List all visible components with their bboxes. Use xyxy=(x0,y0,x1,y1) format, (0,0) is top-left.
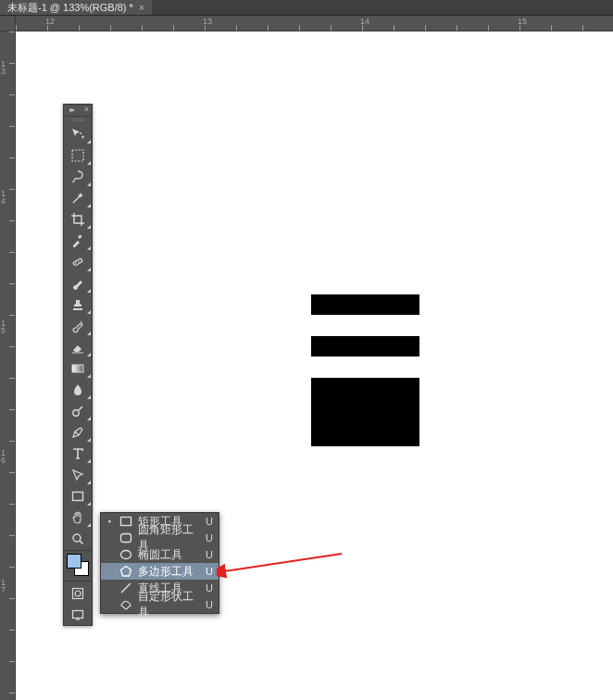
flyout-indicator-icon xyxy=(87,481,91,484)
flyout-indicator-icon xyxy=(87,182,91,186)
flyout-item-ellipse[interactable]: 椭圆工具U xyxy=(101,546,219,563)
flyout-indicator-icon xyxy=(87,331,91,335)
zoom-tool[interactable] xyxy=(64,528,92,549)
flyout-indicator-icon xyxy=(87,161,91,165)
canvas-shape[interactable] xyxy=(311,336,419,356)
flyout-item-shortcut: U xyxy=(206,549,213,560)
document-tab[interactable]: 未标题-1 @ 133%(RGB/8) * × xyxy=(0,0,152,15)
flyout-indicator-icon xyxy=(87,353,91,356)
flyout-item-shortcut: U xyxy=(206,566,213,577)
gradient-tool[interactable] xyxy=(64,357,92,379)
polygon-icon xyxy=(119,565,132,578)
custom-icon xyxy=(119,598,132,611)
ruler-vertical[interactable]: 1314151617 xyxy=(0,31,16,700)
flyout-item-polygon[interactable]: 多边形工具U xyxy=(101,563,219,580)
flyout-indicator-icon xyxy=(87,204,91,207)
magic-wand-tool[interactable] xyxy=(64,187,92,208)
flyout-item-shortcut: U xyxy=(206,582,213,594)
document-tab-bar: 未标题-1 @ 133%(RGB/8) * × xyxy=(0,0,613,16)
close-icon[interactable]: × xyxy=(139,3,144,13)
move-tool[interactable] xyxy=(64,123,92,144)
flyout-indicator-icon xyxy=(87,310,91,314)
flyout-indicator-icon xyxy=(87,225,91,229)
shape-tool-flyout: ▪矩形工具U圆角矩形工具U椭圆工具U多边形工具U直线工具U自定形状工具U xyxy=(100,512,219,614)
eyedropper-tool[interactable] xyxy=(64,230,92,251)
tools-panel: ▸▸ × xyxy=(63,104,93,626)
round-rect-icon xyxy=(119,531,132,544)
flyout-item-custom[interactable]: 自定形状工具U xyxy=(101,596,219,613)
collapse-icon[interactable]: ▸▸ xyxy=(69,106,73,114)
flyout-indicator-icon xyxy=(87,395,91,399)
screen-mode-toggle[interactable] xyxy=(64,604,92,625)
flyout-indicator-icon xyxy=(87,523,91,527)
ruler-corner xyxy=(0,16,16,31)
flyout-indicator-icon xyxy=(87,459,91,463)
type-tool[interactable] xyxy=(64,443,92,464)
history-brush-tool[interactable] xyxy=(64,315,92,336)
clone-stamp-tool[interactable] xyxy=(64,294,92,315)
flyout-indicator-icon xyxy=(87,374,91,378)
ellipse-icon xyxy=(119,548,132,561)
ruler-horizontal[interactable]: 12131415 xyxy=(16,16,613,31)
foreground-color-swatch[interactable] xyxy=(67,554,81,569)
active-indicator-icon: ▪ xyxy=(105,517,114,526)
line-icon xyxy=(119,581,132,594)
marquee-tool[interactable] xyxy=(64,144,92,166)
path-selection-tool[interactable] xyxy=(64,464,92,485)
canvas-shape[interactable] xyxy=(311,378,419,446)
flyout-indicator-icon xyxy=(87,268,91,271)
rect-icon xyxy=(119,515,132,528)
flyout-indicator-icon xyxy=(87,289,91,293)
quick-mask-toggle[interactable] xyxy=(64,582,92,604)
blur-tool[interactable] xyxy=(64,379,92,400)
healing-brush-tool[interactable] xyxy=(64,251,92,272)
crop-tool[interactable] xyxy=(64,208,92,230)
eraser-tool[interactable] xyxy=(64,336,92,357)
rectangle-tool[interactable] xyxy=(64,485,92,506)
document-tab-title: 未标题-1 @ 133%(RGB/8) * xyxy=(7,1,133,15)
flyout-indicator-icon xyxy=(87,417,91,420)
flyout-item-shortcut: U xyxy=(206,516,213,527)
canvas-shape[interactable] xyxy=(311,294,419,315)
flyout-item-shortcut: U xyxy=(206,599,213,610)
pen-tool[interactable] xyxy=(64,421,92,443)
flyout-item-label: 椭圆工具 xyxy=(138,547,200,563)
flyout-item-label: 自定形状工具 xyxy=(138,589,200,620)
flyout-indicator-icon xyxy=(87,438,91,442)
flyout-item-label: 多边形工具 xyxy=(138,564,200,580)
close-icon[interactable]: × xyxy=(84,105,89,114)
dodge-tool[interactable] xyxy=(64,400,92,421)
panel-grip[interactable] xyxy=(64,117,92,123)
lasso-tool[interactable] xyxy=(64,166,92,187)
flyout-indicator-icon xyxy=(87,246,91,250)
panel-header[interactable]: ▸▸ × xyxy=(64,105,92,117)
flyout-item-round-rect[interactable]: 圆角矩形工具U xyxy=(101,530,219,546)
flyout-indicator-icon xyxy=(87,140,91,144)
flyout-indicator-icon xyxy=(87,502,91,506)
color-swatches[interactable] xyxy=(67,554,89,576)
flyout-item-shortcut: U xyxy=(206,532,213,544)
hand-tool[interactable] xyxy=(64,506,92,528)
brush-tool[interactable] xyxy=(64,272,92,294)
